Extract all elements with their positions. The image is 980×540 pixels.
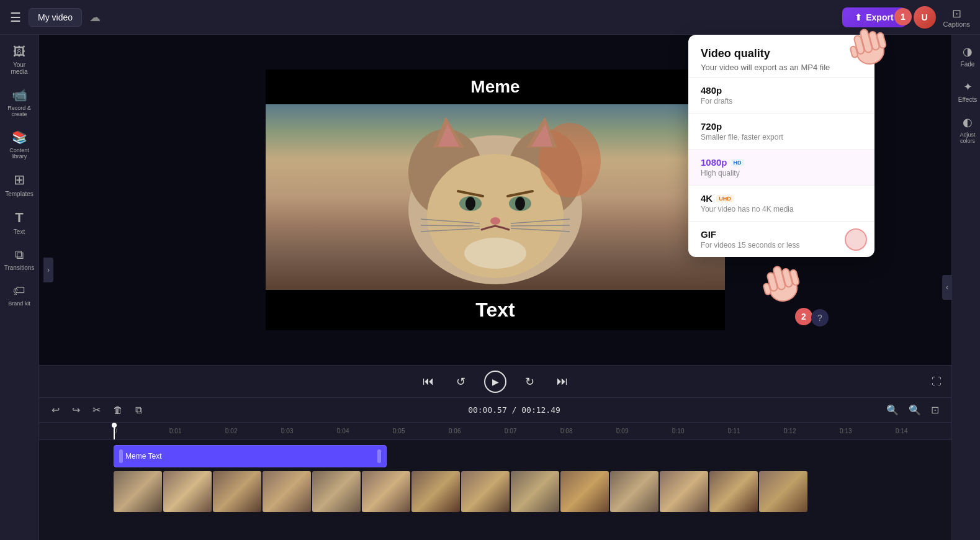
sidebar-collapse-arrow[interactable]: ›	[43, 258, 53, 282]
quality-option-1080p[interactable]: 1080p HD High quality	[688, 149, 874, 185]
text-track-clip[interactable]: Meme Text	[114, 445, 387, 467]
clip-handle-right[interactable]	[377, 449, 381, 463]
quality-desc-480p: For drafts	[701, 97, 862, 106]
clip-handle-left[interactable]	[119, 449, 123, 463]
export-button[interactable]: ⬆ Export	[842, 7, 906, 27]
cut-button[interactable]: ✂	[90, 402, 103, 418]
cat-face-svg	[384, 110, 607, 284]
time-display: 00:00.57 / 00:12.49	[468, 405, 560, 415]
cat-image	[266, 104, 725, 290]
svg-point-10	[490, 217, 500, 225]
zoom-in-button[interactable]: 🔍	[906, 402, 924, 418]
video-thumb-10	[560, 471, 609, 512]
left-sidebar: 🖼 Your media 📹 Record &create 📚 Contentl…	[0, 35, 39, 540]
quality-desc-4k: Your video has no 4K media	[701, 205, 862, 214]
ruler-mark-1: 0:01	[169, 428, 225, 434]
video-thumb-1	[114, 471, 162, 512]
effects-tool[interactable]: ✦ Effects	[952, 75, 980, 108]
svg-line-15	[511, 225, 570, 226]
video-thumb-5	[312, 471, 361, 512]
timeline-tools-left: ↩ ↪ ✂ 🗑 ⧉	[49, 402, 145, 418]
quality-option-4k-header: 4K UHD	[701, 193, 862, 204]
delete-button[interactable]: 🗑	[110, 402, 125, 418]
captions-button[interactable]: ⊡ Captions	[943, 7, 970, 28]
video-thumb-3	[213, 471, 261, 512]
fade-tool[interactable]: ◑ Fade	[952, 40, 980, 73]
text-track-row: Meme Text	[39, 445, 951, 467]
ruler-mark-2: 0:02	[225, 428, 281, 434]
quality-option-480p-header: 480p	[701, 85, 862, 96]
fullscreen-button[interactable]: ⛶	[932, 376, 942, 387]
total-time: 00:12.49	[521, 405, 560, 415]
sidebar-item-text[interactable]: T Text	[0, 205, 38, 240]
quality-badge-uhd: UHD	[716, 195, 734, 202]
time-separator: /	[512, 405, 522, 415]
redo-button[interactable]: ↪	[70, 402, 83, 418]
current-time: 00:00.57	[468, 405, 507, 415]
content-library-icon: 📚	[12, 130, 27, 145]
quality-subtitle: Your video will export as an MP4 file	[701, 63, 862, 72]
timeline-tools-right: 🔍 🔍 ⊡	[884, 402, 942, 418]
sidebar-item-content-library[interactable]: 📚 Contentlibrary	[0, 125, 38, 164]
sidebar-label-templates: Templates	[5, 191, 34, 197]
topbar-left: ☰ My video ☁	[10, 8, 101, 27]
sidebar-label-transitions: Transitions	[4, 264, 35, 271]
playback-controls: ⏮ ↺ ▶ ↻ ⏭ ⛶	[39, 365, 951, 397]
record-icon: 📹	[12, 88, 27, 102]
topbar-right: ⬆ Export U ⊡ Captions	[842, 6, 970, 29]
quality-name-720p: 720p	[701, 121, 722, 132]
quality-option-720p[interactable]: 720p Smaller file, faster export	[688, 113, 874, 149]
svg-point-7	[515, 197, 525, 210]
video-thumb-14	[759, 471, 807, 512]
timeline-tracks: Meme Text	[39, 440, 951, 540]
video-thumb-8	[461, 471, 510, 512]
rewind-button[interactable]: ↺	[452, 371, 469, 392]
sidebar-label-content-library: Contentlibrary	[9, 147, 29, 160]
cloud-save-icon: ☁	[89, 11, 101, 24]
quality-option-4k[interactable]: 4K UHD Your video has no 4K media	[688, 185, 874, 221]
video-thumb-6	[362, 471, 410, 512]
ruler-mark-0: 0	[114, 428, 122, 434]
video-thumb-9	[511, 471, 559, 512]
effects-icon: ✦	[963, 80, 973, 94]
play-button[interactable]: ▶	[484, 371, 506, 393]
quality-desc-720p: Smaller file, faster export	[701, 133, 862, 142]
skip-to-end-button[interactable]: ⏭	[553, 371, 572, 392]
ruler-marks: 0 0:01 0:02 0:03 0:04 0:05 0:06 0:07 0:0…	[114, 428, 951, 434]
video-track-content	[114, 471, 951, 516]
sidebar-label-brand-kit: Brand kit	[8, 300, 30, 307]
fit-timeline-button[interactable]: ⊡	[928, 402, 942, 418]
quality-desc-gif: For videos 15 seconds or less	[701, 241, 862, 250]
skip-to-start-button[interactable]: ⏮	[419, 371, 438, 392]
ruler-mark-8: 0:08	[560, 428, 616, 434]
ruler-mark-12: 0:12	[784, 428, 840, 434]
quality-desc-1080p: High quality	[701, 169, 862, 178]
sidebar-item-templates[interactable]: ⊞ Templates	[0, 167, 38, 202]
undo-button[interactable]: ↩	[49, 402, 62, 418]
right-sidebar: ◑ Fade ✦ Effects ◐ Adjustcolors ‹	[951, 35, 980, 540]
timeline: ↩ ↪ ✂ 🗑 ⧉ 00:00.57 / 00:12.49 🔍 🔍 ⊡	[39, 397, 951, 540]
sidebar-item-your-media[interactable]: 🖼 Your media	[0, 40, 38, 80]
timeline-toolbar: ↩ ↪ ✂ 🗑 ⧉ 00:00.57 / 00:12.49 🔍 🔍 ⊡	[39, 398, 951, 423]
copy-button[interactable]: ⧉	[133, 402, 145, 418]
video-frame	[266, 104, 725, 290]
sidebar-label-your-media: Your media	[4, 61, 35, 75]
quality-name-4k: 4K	[701, 193, 713, 204]
brand-kit-icon: 🏷	[13, 284, 25, 298]
playhead[interactable]	[114, 423, 115, 439]
sidebar-item-record[interactable]: 📹 Record &create	[0, 83, 38, 122]
video-thumb-13	[709, 471, 758, 512]
project-name[interactable]: My video	[29, 8, 82, 27]
sidebar-item-transitions[interactable]: ⧉ Transitions	[0, 243, 38, 276]
ruler-mark-5: 0:05	[393, 428, 449, 434]
right-sidebar-collapse-arrow[interactable]: ‹	[942, 275, 952, 300]
avatar[interactable]: U	[914, 6, 936, 29]
sidebar-item-brand-kit[interactable]: 🏷 Brand kit	[0, 279, 38, 312]
adjust-colors-tool[interactable]: ◐ Adjustcolors	[952, 110, 980, 149]
fast-forward-button[interactable]: ↻	[521, 371, 538, 392]
quality-option-480p[interactable]: 480p For drafts	[688, 77, 874, 113]
zoom-out-button[interactable]: 🔍	[884, 402, 901, 418]
quality-option-gif[interactable]: GIF For videos 15 seconds or less	[688, 221, 874, 257]
hamburger-icon[interactable]: ☰	[10, 10, 21, 25]
gif-highlight-circle	[845, 228, 867, 251]
